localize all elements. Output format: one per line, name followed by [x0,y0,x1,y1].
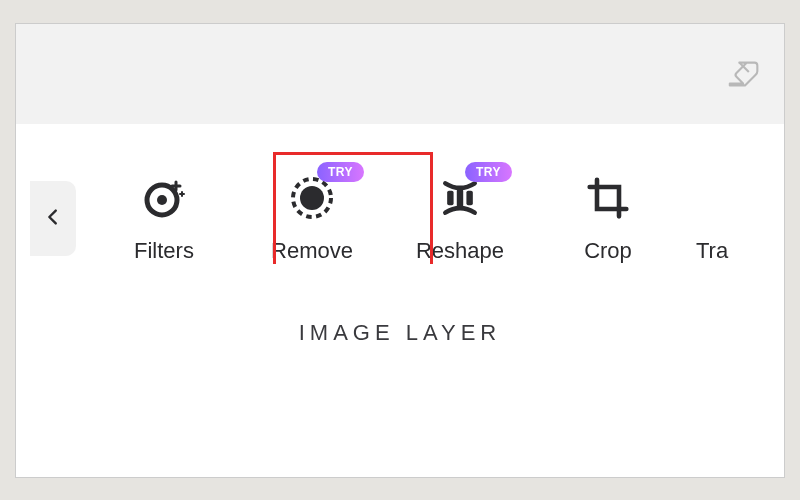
svg-rect-6 [466,190,472,205]
eraser-icon[interactable] [726,58,764,90]
tool-label: Crop [584,238,632,264]
reshape-tool[interactable]: TRY Reshape [400,174,520,264]
section-title: IMAGE LAYER [16,320,784,346]
tool-row: Filters TRY Remove TRY [16,124,784,264]
svg-point-3 [300,186,324,210]
tool-label: Remove [271,238,353,264]
remove-icon: TRY [288,174,336,222]
tool-label: Filters [134,238,194,264]
back-button[interactable] [30,181,76,256]
crop-tool[interactable]: Crop [548,174,668,264]
try-badge: TRY [317,162,364,182]
tool-label: Reshape [416,238,504,264]
transform-tool-partial[interactable]: Tra [696,174,736,264]
remove-tool[interactable]: TRY Remove [252,174,372,264]
header-bar [16,24,784,124]
filters-icon [140,174,188,222]
chevron-left-icon [42,206,64,232]
svg-rect-5 [457,188,463,206]
try-badge: TRY [465,162,512,182]
tool-label: Tra [696,238,728,264]
svg-point-1 [157,195,167,205]
filters-tool[interactable]: Filters [104,174,224,264]
reshape-icon: TRY [436,174,484,222]
app-frame: Filters TRY Remove TRY [15,23,785,478]
svg-rect-4 [447,190,453,205]
crop-icon [584,174,632,222]
transform-icon [696,174,716,222]
